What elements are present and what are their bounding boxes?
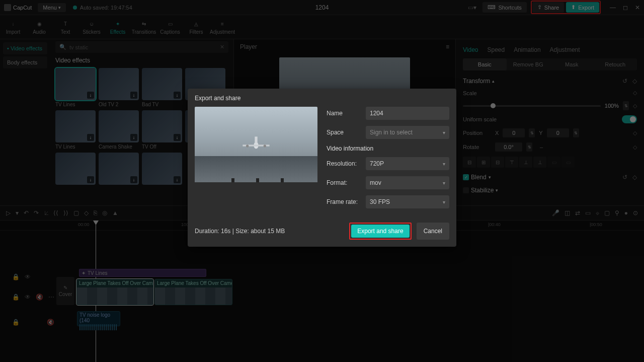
format-label: Format: [327,179,366,186]
resolution-select[interactable]: 720P [366,157,449,170]
space-select[interactable]: Sign in to select [366,126,449,139]
video-info-title: Video information [327,145,449,152]
export-share-highlight: Export and share [349,223,411,240]
resolution-value: 720P [370,160,384,167]
framerate-label: Frame rate: [327,198,366,205]
framerate-value: 30 FPS [370,198,390,205]
duration-text: Duration: 16s | Size: about 15 MB [195,228,285,235]
format-value: mov [370,179,381,186]
space-value: Sign in to select [370,129,413,136]
modal-title: Export and share [195,95,449,102]
space-label: Space [327,129,366,136]
svg-rect-2 [255,136,257,143]
svg-point-4 [264,144,266,147]
framerate-select[interactable]: 30 FPS [366,195,449,208]
export-preview [195,107,317,182]
plane-icon [238,134,274,154]
format-select[interactable]: mov [366,176,449,189]
resolution-label: Resolution: [327,160,366,167]
export-dialog: Export and share Name Space Sign in to s… [188,89,456,247]
svg-point-3 [246,144,249,147]
export-and-share-button[interactable]: Export and share [351,225,409,238]
name-label: Name [327,110,366,117]
cancel-button[interactable]: Cancel [417,223,449,240]
name-input[interactable] [366,107,449,120]
